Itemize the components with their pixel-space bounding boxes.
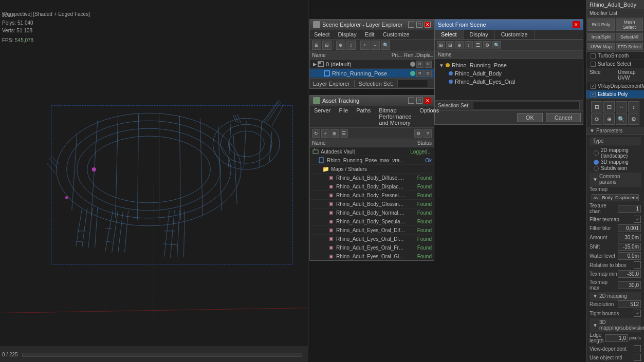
at-close[interactable]: ✕ bbox=[425, 98, 431, 104]
nav-btn7[interactable]: 🔍 bbox=[616, 113, 627, 125]
sfs-tb6[interactable]: ⚙ bbox=[483, 41, 491, 49]
tb-sort[interactable]: ↕ bbox=[346, 41, 356, 50]
mod-turbosmooth[interactable]: TurboSmooth bbox=[586, 52, 644, 60]
at-row-maps[interactable]: 📁 Maps / Shaders bbox=[310, 165, 434, 174]
layer-row-default[interactable]: ▶ 0 (default) R D bbox=[310, 60, 434, 69]
edit-poly-btn[interactable]: Edit Poly bbox=[587, 18, 615, 31]
tight-bounds-cb[interactable] bbox=[634, 310, 641, 317]
instr-split-btn[interactable]: Instr/Split bbox=[587, 33, 615, 41]
at-tb2[interactable]: + bbox=[321, 129, 329, 138]
at-tb5[interactable]: ⚙ bbox=[414, 129, 422, 138]
at-menu-options[interactable]: Options bbox=[415, 106, 443, 127]
resolution-input[interactable] bbox=[618, 300, 641, 308]
lc-disp-default[interactable]: D bbox=[425, 61, 432, 68]
at-row-map4[interactable]: ▣ Rhino_Adult_Body_Glossiness.png Found bbox=[310, 200, 434, 208]
mod-editable-poly[interactable]: Editable Poly bbox=[586, 90, 644, 99]
sfs-tb5[interactable]: ☰ bbox=[474, 41, 482, 49]
menu-select[interactable]: Select bbox=[310, 30, 334, 39]
amount-input[interactable] bbox=[618, 234, 641, 241]
sfs-tb2[interactable]: ⊟ bbox=[446, 41, 454, 49]
at-row-rhinofile[interactable]: Rhino_Running_Pose_max_vray.max Ok bbox=[310, 156, 434, 165]
mod-cb-epoly[interactable] bbox=[591, 92, 596, 97]
expand-rhino[interactable] bbox=[318, 71, 323, 76]
at-minimize[interactable]: _ bbox=[408, 98, 414, 104]
at-tb3[interactable]: ⊞ bbox=[330, 129, 339, 138]
menu-display[interactable]: Display bbox=[334, 30, 361, 39]
mod-slice[interactable]: Slice bbox=[587, 69, 615, 81]
at-row-map1[interactable]: ▣ Rhino_Adult_Body_Diffuse.png Found bbox=[310, 174, 434, 182]
nav-btn1[interactable]: ⊞ bbox=[591, 101, 602, 112]
at-tb1[interactable]: ↻ bbox=[312, 129, 320, 138]
nav-btn2[interactable]: ⊟ bbox=[603, 101, 615, 112]
radio-3d[interactable] bbox=[594, 160, 599, 165]
sfs-cancel-button[interactable]: Cancel bbox=[546, 113, 581, 122]
mod-vray[interactable]: VRayDisplacementMod bbox=[586, 82, 644, 90]
edge-length-input[interactable] bbox=[605, 334, 628, 342]
nav-btn6[interactable]: ⊕ bbox=[603, 113, 615, 125]
lc-render-rhino[interactable]: R bbox=[416, 70, 424, 77]
tex-chan-input[interactable]: 1 bbox=[618, 205, 641, 213]
texmap-max-input[interactable] bbox=[618, 281, 641, 289]
sfs-selection-input[interactable] bbox=[473, 102, 580, 109]
mod-surface[interactable]: Surface Select bbox=[586, 60, 644, 68]
sfs-tree-body[interactable]: Rhino_Adult_Body bbox=[437, 69, 581, 78]
mod-cb-vray[interactable] bbox=[591, 84, 596, 89]
sfs-tb4[interactable]: ↕ bbox=[465, 41, 473, 49]
tb-collapse[interactable]: − bbox=[371, 41, 380, 50]
at-row-map10[interactable]: ▣ Rhino_Adult_Eyes_Oral_Glossiness.png F… bbox=[310, 252, 434, 260]
sfs-tree-root[interactable]: ▼ Rhino_Running_Pose bbox=[437, 61, 581, 69]
scene-explorer-minimize[interactable]: _ bbox=[408, 22, 414, 28]
tb-none[interactable]: ⊟ bbox=[322, 41, 332, 50]
select-all-btn[interactable]: SelectAll bbox=[616, 33, 643, 41]
tb-select-all[interactable]: ⊞ bbox=[312, 41, 321, 50]
mod-cb-turbosmooth[interactable] bbox=[591, 53, 596, 59]
texmap-value[interactable]: uvl_Body_Displacement.png bbox=[592, 194, 639, 201]
3d-subdiv-header[interactable]: ▼ 3D mapping/subdivision bbox=[590, 318, 641, 332]
at-restore[interactable]: □ bbox=[416, 98, 422, 104]
radio-subdiv[interactable] bbox=[594, 166, 599, 171]
texmap-min-input[interactable] bbox=[618, 270, 641, 278]
at-row-map2[interactable]: ▣ Rhino_Adult_Body_Displacement.png Foun… bbox=[310, 182, 434, 191]
mod-unwrap[interactable]: Unwrap UVW bbox=[616, 69, 643, 81]
sfs-tb7[interactable]: 🔍 bbox=[492, 41, 501, 49]
nav-btn8[interactable]: ⚙ bbox=[628, 113, 639, 125]
water-level-input[interactable] bbox=[618, 252, 641, 260]
sfs-tab-customize[interactable]: Customize bbox=[495, 30, 535, 39]
at-row-map3[interactable]: ▣ Rhino_Adult_Body_Fresnel.png Found bbox=[310, 191, 434, 200]
sfs-tree-eyes[interactable]: Rhino_Adult_Eyes_Oral bbox=[437, 78, 581, 86]
tb-find[interactable]: 🔍 bbox=[381, 41, 390, 50]
at-tb4[interactable]: ☰ bbox=[340, 129, 348, 138]
radio-2d[interactable] bbox=[594, 150, 599, 156]
lc-disp-rhino[interactable]: D bbox=[425, 70, 432, 77]
sfs-tb3[interactable]: ⊕ bbox=[455, 41, 464, 49]
tb-filter[interactable]: ⊕ bbox=[336, 41, 345, 50]
type-3d[interactable]: 3D mapping bbox=[594, 159, 637, 165]
sfs-tab-select[interactable]: Select bbox=[435, 30, 464, 39]
mod-cb-surface[interactable] bbox=[591, 62, 596, 67]
scene-explorer-restore[interactable]: □ bbox=[416, 22, 422, 28]
at-menu-server[interactable]: Server bbox=[310, 106, 335, 127]
at-menu-bitmap[interactable]: Bitmap Performance and Memory bbox=[375, 106, 415, 127]
nav-btn5[interactable]: ⟳ bbox=[591, 113, 602, 125]
relative-bbox-cb[interactable] bbox=[634, 261, 641, 269]
nav-btn3[interactable]: ↔ bbox=[616, 101, 627, 112]
type-2d[interactable]: 2D mapping (landscape) bbox=[594, 147, 637, 159]
at-row-map7[interactable]: ▣ Rhino_Adult_Eyes_Oral_Diffuse.png Foun… bbox=[310, 226, 434, 235]
sfs-ok-button[interactable]: OK bbox=[517, 113, 543, 122]
tb-expand[interactable]: + bbox=[360, 41, 370, 50]
menu-edit[interactable]: Edit bbox=[361, 30, 379, 39]
2d-mapping-header[interactable]: ▼ 2D mapping bbox=[590, 292, 641, 300]
lc-render-default[interactable]: R bbox=[416, 61, 424, 68]
at-row-map6[interactable]: ▣ Rhino_Adult_Body_Specular.png Found bbox=[310, 217, 434, 226]
at-tb6[interactable]: ? bbox=[424, 129, 432, 138]
sfs-expand-root[interactable]: ▼ bbox=[439, 63, 444, 68]
at-row-vault[interactable]: Autodesk Vault Logged... bbox=[310, 147, 434, 156]
filter-texmap-cb[interactable] bbox=[634, 216, 641, 223]
mesh-select-btn[interactable]: Mesh Select bbox=[616, 18, 643, 31]
use-obj-mtl-cb[interactable] bbox=[634, 354, 641, 361]
nav-btn4[interactable]: ↕ bbox=[628, 101, 639, 112]
selection-set-input[interactable] bbox=[397, 80, 428, 87]
common-params-header[interactable]: ▼ Common params bbox=[590, 173, 641, 186]
params-section-header[interactable]: ▼ Parameters bbox=[586, 127, 644, 135]
filter-blur-input[interactable] bbox=[618, 224, 641, 232]
